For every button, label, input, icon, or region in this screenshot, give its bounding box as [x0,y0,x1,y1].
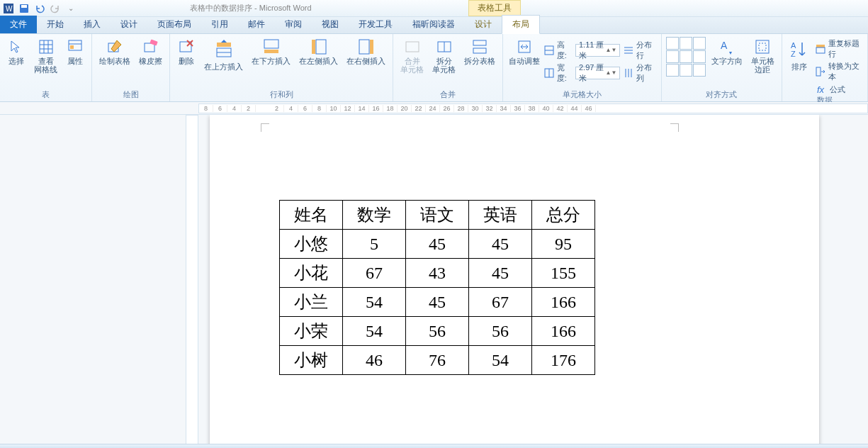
insert-right-icon [358,38,375,55]
undo-icon[interactable] [34,3,45,14]
convert-text-button[interactable]: 转换为文本 [816,61,863,82]
split-table-button[interactable]: 拆分表格 [461,37,498,67]
height-input[interactable]: 1.11 厘米▲▼ [575,44,620,57]
svg-text:A: A [791,41,796,50]
ribbon-tabs: 文件 开始 插入 设计 页面布局 引用 邮件 审阅 视图 开发工具 福昕阅读器 … [0,17,868,34]
vertical-ruler[interactable] [186,115,198,448]
tab-references[interactable]: 引用 [201,16,238,33]
table-cell[interactable]: 176 [532,346,595,375]
align-tl[interactable] [666,37,679,50]
split-icon [436,38,453,55]
text-direction-button[interactable]: A文字方向 [709,37,745,67]
distribute-cols-button[interactable]: 分布列 [623,62,656,84]
tab-mailings[interactable]: 邮件 [238,16,275,33]
save-icon[interactable] [18,3,30,14]
height-label: 高度: [557,40,573,61]
table-header[interactable]: 英语 [469,201,532,230]
draw-table-button[interactable]: 绘制表格 [96,37,133,67]
col-width-icon [543,67,553,79]
tab-review[interactable]: 审阅 [275,16,312,33]
insert-left-button[interactable]: 在左侧插入 [296,37,341,67]
tab-file[interactable]: 文件 [0,16,37,33]
insert-right-button[interactable]: 在右侧插入 [344,37,388,67]
table-header[interactable]: 数学 [343,201,406,230]
delete-icon [178,38,195,55]
tab-page-layout[interactable]: 页面布局 [147,16,201,33]
horizontal-ruler[interactable]: 8642246810121416182022242628303234363840… [198,103,868,113]
insert-below-button[interactable]: 在下方插入 [249,37,293,67]
tab-home[interactable]: 开始 [37,16,74,33]
table-header[interactable]: 语文 [406,201,469,230]
table-cell[interactable]: 5 [343,230,406,259]
table-cell[interactable]: 小兰 [280,288,343,317]
align-tr[interactable] [693,37,706,50]
redo-icon[interactable] [50,3,61,14]
table-header[interactable]: 姓名 [280,201,343,230]
delete-button[interactable]: 删除 [174,37,198,67]
table-cell[interactable]: 小花 [280,259,343,288]
dist-rows-icon [623,45,633,56]
table-cell[interactable]: 67 [343,259,406,288]
document-table[interactable]: 姓名数学语文英语总分 小悠5454595小花674345155小兰5445671… [279,200,595,375]
svg-rect-42 [756,40,769,53]
table-cell[interactable]: 166 [532,288,595,317]
eraser-button[interactable]: 橡皮擦 [136,37,165,67]
insert-above-button[interactable]: 在上方插入 [201,37,246,72]
align-mc[interactable] [680,50,692,63]
tab-table-design[interactable]: 设计 [465,16,502,33]
table-cell[interactable]: 67 [469,288,532,317]
align-bc[interactable] [680,64,692,77]
tab-foxit[interactable]: 福昕阅读器 [402,16,465,33]
cell-margins-button[interactable]: 单元格 边距 [748,37,777,75]
table-cell[interactable]: 小悠 [280,230,343,259]
table-row[interactable]: 小树467654176 [280,346,595,375]
autofit-button[interactable]: 自动调整 [507,37,541,67]
align-mr[interactable] [693,50,706,63]
distribute-rows-button[interactable]: 分布行 [623,40,656,61]
table-row[interactable]: 小荣545656166 [280,317,595,346]
repeat-header-button[interactable]: 重复标题行 [816,38,863,60]
table-cell[interactable]: 95 [532,230,595,259]
sort-button[interactable]: AZ排序 [787,37,813,72]
table-cell[interactable]: 56 [406,317,469,346]
tab-view[interactable]: 视图 [312,16,349,33]
svg-rect-28 [473,40,486,45]
table-cell[interactable]: 54 [343,288,406,317]
table-cell[interactable]: 54 [343,317,406,346]
select-button[interactable]: 选择 [4,37,28,67]
table-cell[interactable]: 46 [343,346,406,375]
align-tc[interactable] [680,37,692,50]
align-br[interactable] [693,64,706,77]
group-cell-size: 自动调整 高度: 1.11 厘米▲▼ 宽度: 2.97 厘米▲▼ 分布行 分布列… [503,34,662,101]
merge-cells-button[interactable]: 合并 单元格 [398,37,427,75]
table-cell[interactable]: 155 [532,259,595,288]
align-ml[interactable] [666,50,679,63]
table-row[interactable]: 小兰544567166 [280,288,595,317]
tab-table-layout[interactable]: 布局 [502,15,540,34]
align-bl[interactable] [666,64,679,77]
tab-design[interactable]: 设计 [111,16,147,33]
table-row[interactable]: 小花674345155 [280,259,595,288]
table-cell[interactable]: 76 [406,346,469,375]
table-cell[interactable]: 小荣 [280,317,343,346]
sort-icon: AZ [788,38,811,61]
formula-button[interactable]: fx公式 [816,84,863,95]
table-cell[interactable]: 54 [469,346,532,375]
table-cell[interactable]: 43 [406,259,469,288]
split-cells-button[interactable]: 拆分 单元格 [429,37,458,75]
table-cell[interactable]: 45 [406,288,469,317]
table-cell[interactable]: 166 [532,317,595,346]
table-header[interactable]: 总分 [532,201,595,230]
tab-insert[interactable]: 插入 [74,16,111,33]
table-row[interactable]: 小悠5454595 [280,230,595,259]
view-gridlines-button[interactable]: 查看 网格线 [31,37,60,75]
table-cell[interactable]: 45 [469,259,532,288]
tab-developer[interactable]: 开发工具 [349,16,402,33]
table-cell[interactable]: 小树 [280,346,343,375]
table-cell[interactable]: 56 [469,317,532,346]
table-cell[interactable]: 45 [406,230,469,259]
table-cell[interactable]: 45 [469,230,532,259]
qat-customize-icon[interactable]: ⌄ [65,3,77,14]
properties-button[interactable]: 属性 [63,37,87,67]
width-input[interactable]: 2.97 厘米▲▼ [575,67,620,79]
